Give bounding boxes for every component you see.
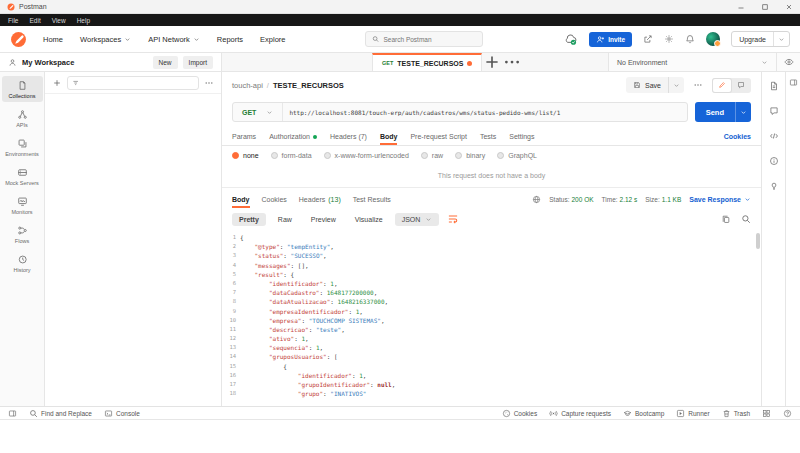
statusbar-console[interactable]: Console <box>104 409 140 418</box>
response-tab-test-results[interactable]: Test Results <box>353 196 391 208</box>
upgrade-button[interactable]: Upgrade <box>731 31 790 47</box>
sidebar-rail: CollectionsAPIsEnvironmentsMock ServersM… <box>0 72 45 406</box>
sidebar-search[interactable] <box>67 76 199 90</box>
notifications-bell-icon[interactable] <box>685 34 695 44</box>
statusbar-label: Capture requests <box>561 410 611 417</box>
statusbar-help-button[interactable] <box>783 409 792 418</box>
format-selector[interactable]: JSON <box>395 213 440 226</box>
statusbar-runner[interactable]: Runner <box>676 409 709 418</box>
console-icon <box>104 409 113 418</box>
new-button[interactable]: New <box>153 56 178 69</box>
launch-icon[interactable] <box>643 34 653 44</box>
lightbulb-icon[interactable] <box>769 181 779 191</box>
new-tab-button[interactable] <box>482 53 502 71</box>
line-number: 12 <box>222 334 236 343</box>
add-collection-button[interactable] <box>52 78 62 88</box>
minimize-button[interactable] <box>737 3 745 11</box>
sync-status-icon[interactable] <box>563 33 578 46</box>
request-tab[interactable]: GET TESTE_RECURSOS <box>372 53 482 71</box>
response-tab-body[interactable]: Body <box>232 196 250 208</box>
statusbar-trash[interactable]: Trash <box>722 409 750 418</box>
import-button[interactable]: Import <box>183 56 213 69</box>
request-tab-settings[interactable]: Settings <box>509 133 534 145</box>
maximize-button[interactable] <box>761 3 769 11</box>
comment-icon[interactable] <box>769 106 779 116</box>
response-scrollbar[interactable] <box>756 233 760 249</box>
environment-quick-look[interactable] <box>776 53 800 71</box>
sidebar-more-button[interactable] <box>204 78 214 88</box>
request-tab-body[interactable]: Body <box>380 133 398 145</box>
sidebar-item-mock-servers[interactable]: Mock Servers <box>2 163 43 189</box>
breadcrumb-collection[interactable]: touch-api <box>232 81 263 90</box>
body-type-x-www-form-urlencoded[interactable]: x-www-form-urlencoded <box>324 152 409 159</box>
request-tab-authorization[interactable]: Authorization <box>269 133 317 145</box>
breadcrumb-request-name[interactable]: TESTE_RECURSOS <box>273 81 344 90</box>
statusbar-grid-button[interactable] <box>762 409 771 418</box>
sidebar-item-environments[interactable]: Environments <box>2 134 43 160</box>
request-tab-headers-7[interactable]: Headers (7) <box>330 133 367 145</box>
menu-view[interactable]: View <box>52 17 66 24</box>
response-tab-cookies[interactable]: Cookies <box>262 196 287 208</box>
sidebar-item-history[interactable]: History <box>2 250 43 276</box>
sidebar-item-apis[interactable]: APIs <box>2 105 43 131</box>
save-response-button[interactable]: Save Response <box>689 196 751 203</box>
view-tab-raw[interactable]: Raw <box>271 213 299 226</box>
copy-icon[interactable] <box>721 214 731 224</box>
menu-help[interactable]: Help <box>77 17 90 24</box>
info-icon[interactable] <box>769 156 779 166</box>
request-more-button[interactable] <box>693 80 703 90</box>
comment-mode-button[interactable] <box>732 79 750 92</box>
search-response-icon[interactable] <box>741 214 751 224</box>
invite-button[interactable]: Invite <box>589 32 632 47</box>
view-tab-pretty[interactable]: Pretty <box>232 213 266 226</box>
view-tab-preview[interactable]: Preview <box>304 213 343 226</box>
code-snippet-icon[interactable] <box>769 131 779 141</box>
wrap-text-icon[interactable] <box>447 213 459 225</box>
edit-mode-button[interactable] <box>713 79 731 92</box>
global-search-input[interactable] <box>383 36 476 43</box>
method-selector[interactable]: GET <box>233 103 283 121</box>
url-input[interactable] <box>283 103 686 121</box>
statusbar-find-and-replace[interactable]: Find and Replace <box>29 409 92 418</box>
sidebar-item-collections[interactable]: Collections <box>2 76 43 102</box>
view-tab-visualize[interactable]: Visualize <box>348 213 390 226</box>
workspace-name[interactable]: My Workspace <box>22 58 74 67</box>
nav-explore[interactable]: Explore <box>260 35 285 44</box>
body-type-label: x-www-form-urlencoded <box>335 152 409 159</box>
send-button[interactable]: Send <box>695 102 751 122</box>
environment-selector[interactable]: No Environment <box>608 53 776 71</box>
profile-avatar[interactable] <box>706 32 720 46</box>
statusbar-cookies[interactable]: Cookies <box>502 409 537 418</box>
global-search[interactable] <box>365 31 483 47</box>
menu-file[interactable]: File <box>8 17 18 24</box>
nav-workspaces[interactable]: Workspaces <box>80 35 131 44</box>
close-button[interactable] <box>785 3 793 11</box>
documentation-icon[interactable] <box>769 81 779 91</box>
tab-more-button[interactable] <box>502 53 522 71</box>
body-type-binary[interactable]: binary <box>455 152 485 159</box>
settings-gear-icon[interactable] <box>664 34 674 44</box>
sidebar-search-input[interactable] <box>82 79 194 86</box>
statusbar-capture-requests[interactable]: Capture requests <box>549 409 611 418</box>
request-tab-tests[interactable]: Tests <box>480 133 496 145</box>
body-type-none[interactable]: none <box>232 152 259 159</box>
cookies-link[interactable]: Cookies <box>724 133 751 145</box>
panel-toggle-icon[interactable] <box>789 78 798 87</box>
menu-edit[interactable]: Edit <box>29 17 40 24</box>
body-type-raw[interactable]: raw <box>421 152 443 159</box>
statusbar-bootcamp[interactable]: Bootcamp <box>623 409 664 418</box>
nav-api-network[interactable]: API Network <box>148 35 200 44</box>
environment-name: No Environment <box>617 59 667 66</box>
request-tab-label: Authorization <box>269 133 310 140</box>
body-type-form-data[interactable]: form-data <box>271 152 312 159</box>
nav-home[interactable]: Home <box>43 35 63 44</box>
response-tab-headers[interactable]: Headers(13) <box>299 196 341 208</box>
statusbar-panel-button[interactable] <box>8 409 17 418</box>
save-button[interactable]: Save <box>626 77 684 93</box>
sidebar-item-monitors[interactable]: Monitors <box>2 192 43 218</box>
nav-reports[interactable]: Reports <box>217 35 243 44</box>
sidebar-item-flows[interactable]: Flows <box>2 221 43 247</box>
request-tab-params[interactable]: Params <box>232 133 256 145</box>
body-type-graphql[interactable]: GraphQL <box>497 152 537 159</box>
request-tab-pre-request-script[interactable]: Pre-request Script <box>410 133 466 145</box>
